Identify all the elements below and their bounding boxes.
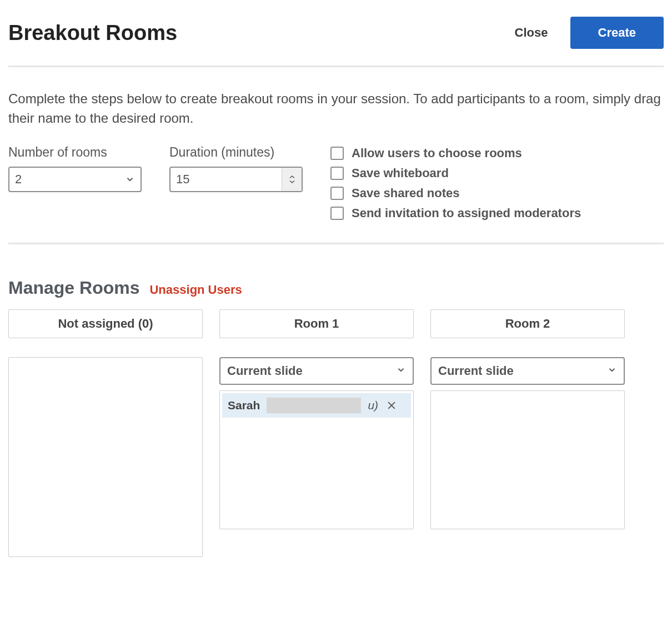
room1-slide-select[interactable]: Current slide [219,357,414,385]
room1-name-input[interactable] [219,309,414,338]
option-label: Save shared notes [352,186,459,200]
dialog-header: Breakout Rooms Close Create [8,17,664,67]
rooms-count-label: Number of rooms [8,145,142,160]
option-label: Allow users to choose rooms [352,146,522,160]
user-chip[interactable]: Sarah u) [222,393,411,418]
rooms-count-value: 2 [8,167,142,192]
page-title: Breakout Rooms [8,21,177,45]
manage-header: Manage Rooms Unassign Users [8,278,664,298]
room1-column: Current slide Sarah u) [219,309,414,557]
options-group: Allow users to choose rooms Save whitebo… [330,145,664,220]
unassigned-header [8,309,203,338]
duration-stepper[interactable]: 15 [169,167,303,192]
checkbox-icon [330,147,344,160]
room2-slide-select[interactable]: Current slide [430,357,625,385]
option-label: Save whiteboard [352,166,449,180]
instructions-text: Complete the steps below to create break… [8,89,664,128]
room1-slide-value: Current slide [227,364,303,378]
rooms-grid: Current slide Sarah u) [8,309,664,557]
user-suffix: u) [368,399,378,412]
unassign-users-link[interactable]: Unassign Users [149,283,242,297]
user-name: Sarah [228,399,260,412]
option-save-whiteboard[interactable]: Save whiteboard [330,166,664,180]
duration-label: Duration (minutes) [169,145,303,160]
option-invite-moderators[interactable]: Send invitation to assigned moderators [330,206,664,220]
duration-group: Duration (minutes) 15 [169,145,303,192]
config-section: Number of rooms 2 Duration (minutes) 15 [8,145,664,244]
room2-slide-value: Current slide [438,364,514,378]
chevron-down-icon [607,364,617,378]
rooms-count-group: Number of rooms 2 [8,145,142,192]
room2-column: Current slide [430,309,625,557]
close-button[interactable]: Close [515,26,548,40]
header-actions: Close Create [515,17,664,49]
unassigned-dropzone[interactable] [8,357,203,557]
unassigned-column [8,309,203,557]
redacted-text [267,398,361,413]
manage-title: Manage Rooms [8,278,139,298]
rooms-count-select[interactable]: 2 [8,167,142,192]
stepper-icon [282,168,302,191]
room2-name-input[interactable] [430,309,625,338]
checkbox-icon [330,187,344,200]
option-label: Send invitation to assigned moderators [352,206,581,220]
option-allow-choose[interactable]: Allow users to choose rooms [330,146,664,160]
create-button[interactable]: Create [570,17,664,49]
checkbox-icon [330,167,344,180]
checkbox-icon [330,207,344,220]
room1-dropzone[interactable]: Sarah u) [219,390,414,529]
room2-dropzone[interactable] [430,390,625,529]
option-save-notes[interactable]: Save shared notes [330,186,664,200]
remove-user-button[interactable] [386,400,397,411]
chevron-down-icon [396,364,406,378]
